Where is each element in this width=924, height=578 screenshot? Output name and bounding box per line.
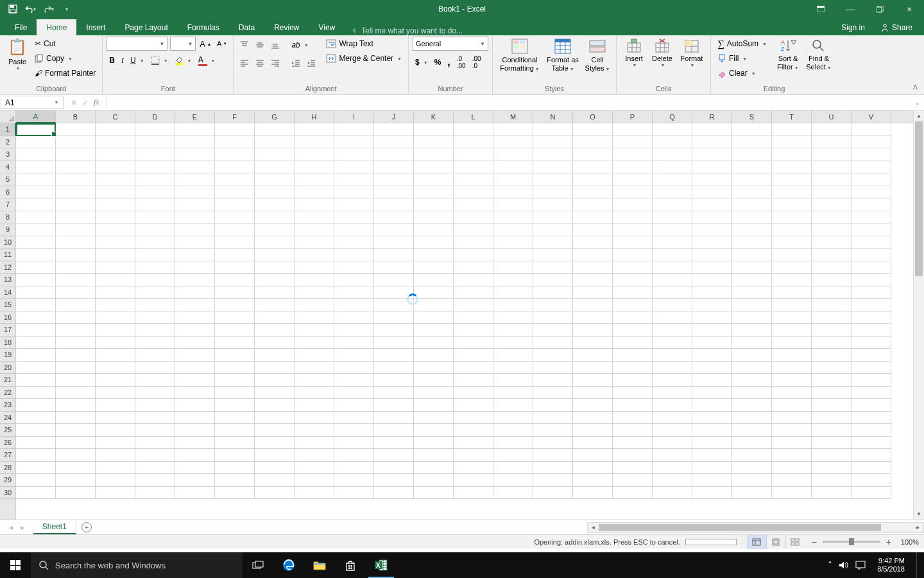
orientation-button[interactable]: ab▼ [289, 38, 311, 52]
cell[interactable] [175, 474, 215, 487]
cell[interactable] [374, 374, 414, 387]
cell[interactable] [454, 362, 493, 374]
cell[interactable] [573, 161, 613, 174]
column-header[interactable]: O [573, 110, 613, 123]
cell[interactable] [295, 249, 334, 261]
cell[interactable] [334, 424, 374, 437]
row-header[interactable]: 2 [0, 136, 15, 149]
taskbar-excel-icon[interactable]: X [366, 552, 397, 578]
insert-function-icon[interactable]: fx [94, 98, 99, 107]
cell[interactable] [135, 311, 175, 324]
cell[interactable] [255, 399, 295, 412]
cell[interactable] [851, 161, 891, 174]
cell[interactable] [374, 261, 414, 274]
cell[interactable] [16, 236, 56, 249]
cell[interactable] [414, 236, 454, 249]
cell[interactable] [135, 399, 175, 412]
cell[interactable] [56, 449, 96, 462]
column-header[interactable]: G [255, 110, 295, 123]
cell[interactable] [613, 487, 653, 500]
format-cells-button[interactable]: Format▼ [677, 37, 706, 70]
font-name-select[interactable]: ▼ [107, 37, 167, 51]
cell[interactable] [374, 474, 414, 487]
cell[interactable] [215, 286, 255, 299]
cell[interactable] [613, 236, 653, 249]
row-header[interactable]: 29 [0, 474, 15, 487]
cell[interactable] [334, 412, 374, 425]
cell[interactable] [653, 362, 692, 374]
cell[interactable] [851, 148, 891, 161]
border-button[interactable]: ▼ [148, 53, 171, 67]
cell[interactable] [334, 286, 374, 299]
cell[interactable] [812, 349, 851, 362]
row-header[interactable]: 14 [0, 286, 15, 299]
cell[interactable] [215, 387, 255, 399]
cell[interactable] [374, 324, 414, 337]
cell[interactable] [812, 337, 851, 349]
cell[interactable] [851, 136, 891, 149]
cell[interactable] [653, 487, 692, 500]
cell[interactable] [851, 399, 891, 412]
cell[interactable] [732, 161, 772, 174]
cell[interactable] [135, 449, 175, 462]
cell[interactable] [454, 261, 493, 274]
cell[interactable] [295, 161, 334, 174]
cell[interactable] [215, 399, 255, 412]
cell[interactable] [573, 198, 613, 211]
cell[interactable] [454, 462, 493, 475]
cell[interactable] [732, 311, 772, 324]
cell[interactable] [374, 136, 414, 149]
cell[interactable] [135, 362, 175, 374]
cell[interactable] [533, 211, 573, 224]
cell[interactable] [16, 462, 56, 475]
row-header[interactable]: 23 [0, 399, 15, 412]
cell[interactable] [653, 337, 692, 349]
cell[interactable] [812, 399, 851, 412]
cell[interactable] [374, 186, 414, 199]
cell[interactable] [135, 223, 175, 236]
cell[interactable] [692, 299, 732, 311]
cell[interactable] [16, 223, 56, 236]
cell[interactable] [334, 148, 374, 161]
cell[interactable] [613, 412, 653, 425]
find-select-button[interactable]: Find & Select▼ [804, 37, 834, 73]
cell[interactable] [533, 261, 573, 274]
cell[interactable] [493, 374, 533, 387]
cell[interactable] [96, 399, 135, 412]
cell[interactable] [16, 349, 56, 362]
cell[interactable] [215, 173, 255, 186]
cell[interactable] [692, 424, 732, 437]
zoom-thumb[interactable] [849, 538, 854, 545]
cell[interactable] [16, 249, 56, 261]
cell[interactable] [175, 186, 215, 199]
cell[interactable] [692, 223, 732, 236]
cell[interactable] [215, 148, 255, 161]
cell[interactable] [16, 261, 56, 274]
cell[interactable] [533, 474, 573, 487]
row-header[interactable]: 25 [0, 424, 15, 437]
tab-scroll-split-icon[interactable]: ⋮ [582, 524, 587, 531]
cell[interactable] [613, 286, 653, 299]
cell[interactable] [493, 349, 533, 362]
cell[interactable] [96, 337, 135, 349]
page-layout-view-button[interactable] [766, 535, 785, 549]
cell[interactable] [16, 387, 56, 399]
cell[interactable] [812, 311, 851, 324]
cell[interactable] [374, 311, 414, 324]
cell[interactable] [653, 286, 692, 299]
cell[interactable] [613, 198, 653, 211]
cell[interactable] [16, 437, 56, 450]
cell[interactable] [135, 186, 175, 199]
cell[interactable] [255, 211, 295, 224]
cell[interactable] [135, 211, 175, 224]
cell[interactable] [16, 324, 56, 337]
cell[interactable] [16, 311, 56, 324]
cell[interactable] [493, 311, 533, 324]
cell[interactable] [692, 412, 732, 425]
column-header[interactable]: D [135, 110, 175, 123]
cell[interactable] [255, 223, 295, 236]
cell[interactable] [414, 173, 454, 186]
cell[interactable] [56, 148, 96, 161]
cell[interactable] [295, 324, 334, 337]
cell[interactable] [135, 249, 175, 261]
